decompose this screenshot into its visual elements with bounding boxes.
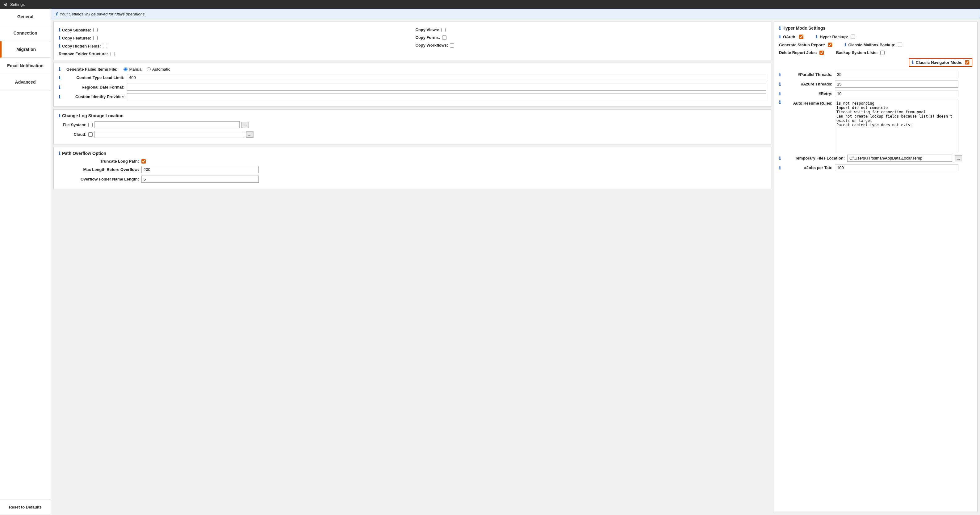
classic-mailbox-backup-checkbox[interactable] — [898, 43, 902, 47]
backup-system-lists-label: Backup System Lists: — [836, 50, 878, 55]
regional-date-format-label: Regional Date Format: — [63, 85, 124, 89]
copy-options-right: Copy Views: Copy Forms: Copy Workflows: — [415, 27, 766, 48]
retry-row: ℹ #Retry: — [779, 90, 972, 97]
radio-automatic-input[interactable] — [147, 67, 151, 71]
copy-forms-checkbox[interactable] — [442, 35, 447, 40]
generate-status-report-row: Generate Status Report: — [779, 42, 832, 47]
content-type-load-limit-input[interactable] — [127, 74, 766, 81]
temporary-files-location-input[interactable] — [847, 155, 952, 162]
regional-date-format-input[interactable] — [127, 84, 766, 91]
sidebar-item-general[interactable]: General — [0, 9, 51, 25]
copy-hidden-fields-checkbox[interactable] — [103, 44, 107, 48]
custom-identity-provider-label: Custom Identity Provider: — [63, 94, 124, 99]
copy-forms-label: Copy Forms: — [415, 35, 440, 40]
sidebar-item-migration[interactable]: Migration — [0, 41, 51, 58]
truncate-long-path-row: Truncate Long Path: — [59, 159, 766, 163]
classic-mailbox-backup-label: Classic Mailbox Backup: — [848, 43, 896, 47]
change-log-storage-info-icon: ℹ — [59, 113, 60, 118]
custom-identity-provider-row: ℹ Custom Identity Provider: — [59, 93, 766, 100]
oauth-row: ℹ OAuth: — [779, 34, 803, 39]
remove-folder-structure-checkbox[interactable] — [111, 52, 115, 56]
content-type-load-limit-label: Content Type Load Limit: — [63, 75, 124, 80]
hyper-backup-checkbox[interactable] — [851, 35, 855, 39]
copy-workflows-checkbox[interactable] — [450, 43, 454, 48]
classic-mailbox-backup-info-icon: ℹ — [845, 42, 846, 47]
cloud-checkbox[interactable] — [88, 132, 92, 137]
temporary-files-location-browse-button[interactable]: ... — [955, 155, 962, 162]
radio-manual-input[interactable] — [124, 67, 127, 71]
info-banner-icon: ℹ — [56, 11, 57, 16]
copy-views-label: Copy Views: — [415, 27, 439, 32]
cloud-label: Cloud: — [59, 132, 86, 137]
hyper-mode-title: ℹ Hyper Mode Settings — [779, 25, 972, 30]
custom-identity-provider-info-icon: ℹ — [59, 94, 60, 99]
hyper-mode-info-icon: ℹ — [779, 25, 781, 30]
delete-report-jobs-checkbox[interactable] — [819, 51, 824, 55]
cloud-row: Cloud: ... — [59, 131, 766, 138]
copy-subsites-checkbox[interactable] — [93, 28, 97, 32]
sidebar-item-advanced[interactable]: Advanced — [0, 74, 51, 90]
azure-threads-input[interactable] — [835, 81, 958, 88]
cloud-browse-button[interactable]: ... — [246, 132, 253, 138]
path-overflow-title: ℹ Path Overflow Option — [59, 151, 766, 156]
copy-features-label: Copy Features: — [62, 36, 91, 40]
classic-mailbox-backup-row: ℹ Classic Mailbox Backup: — [845, 42, 902, 47]
copy-views-checkbox[interactable] — [441, 28, 445, 32]
path-overflow-title-text: Path Overflow Option — [62, 151, 106, 156]
remove-folder-structure-row: Remove Folder Structure: — [59, 52, 766, 56]
generate-failed-items-radio-group: Manual Automatic — [124, 67, 170, 71]
max-length-before-overflow-input[interactable] — [142, 166, 259, 173]
backup-system-lists-row: Backup System Lists: — [836, 50, 885, 55]
info-banner: ℹ Your Settings will be saved for future… — [51, 9, 980, 19]
sidebar: General Connection Migration Email Notif… — [0, 9, 51, 514]
jobs-per-tab-row: ℹ #Jobs per Tab: — [779, 164, 972, 171]
azure-threads-label: #Azure Threads: — [783, 82, 832, 86]
file-system-browse-button[interactable]: ... — [242, 122, 249, 128]
cloud-path-input[interactable] — [94, 131, 244, 138]
copy-options-section: ℹ Copy Subsites: ℹ Copy Features: ℹ — [53, 22, 771, 60]
backup-system-lists-checkbox[interactable] — [880, 51, 885, 55]
content-type-load-limit-row: ℹ Content Type Load Limit: — [59, 74, 766, 81]
parallel-threads-label: #Parallel Threads: — [783, 72, 832, 77]
hyper-mode-title-text: Hyper Mode Settings — [783, 25, 825, 30]
title-bar: ⚙ Settings — [0, 0, 980, 9]
generate-status-report-checkbox[interactable] — [828, 43, 832, 47]
sidebar-item-email-notification[interactable]: Email Notification — [0, 58, 51, 74]
reset-to-defaults-button[interactable]: Reset to Defaults — [0, 500, 51, 514]
left-panel: ℹ Copy Subsites: ℹ Copy Features: ℹ — [53, 22, 771, 512]
generate-status-report-label: Generate Status Report: — [779, 43, 825, 47]
custom-identity-provider-input[interactable] — [127, 93, 766, 100]
classic-navigator-mode-checkbox[interactable] — [965, 60, 969, 65]
auto-resume-rules-info-icon: ℹ — [779, 100, 781, 105]
copy-hidden-fields-row: ℹ Copy Hidden Fields: — [59, 43, 409, 48]
sidebar-item-connection[interactable]: Connection — [0, 25, 51, 41]
auto-resume-rules-textarea[interactable] — [835, 100, 958, 152]
copy-features-checkbox[interactable] — [93, 36, 97, 40]
generate-failed-items-row: ℹ Generate Failed Items File: Manual Aut… — [59, 67, 766, 71]
jobs-per-tab-input[interactable] — [835, 164, 958, 171]
copy-forms-row: Copy Forms: — [415, 35, 766, 40]
overflow-folder-name-length-input[interactable] — [142, 176, 259, 183]
generate-failed-items-label: Generate Failed Items File: — [66, 67, 117, 71]
file-system-checkbox[interactable] — [88, 123, 92, 127]
classic-navigator-mode-box: ℹ Classic Navigator Mode: — [909, 58, 972, 67]
copy-hidden-fields-label: Copy Hidden Fields: — [62, 44, 101, 48]
classic-navigator-mode-label: Classic Navigator Mode: — [916, 60, 963, 65]
content-type-load-limit-info-icon: ℹ — [59, 75, 60, 80]
file-system-path-input[interactable] — [94, 121, 240, 128]
hyper-row-1: ℹ OAuth: ℹ Hyper Backup: — [779, 34, 972, 39]
oauth-info-icon: ℹ — [779, 34, 781, 39]
oauth-checkbox[interactable] — [799, 35, 803, 39]
truncate-long-path-checkbox[interactable] — [142, 159, 146, 163]
radio-automatic-label: Automatic — [152, 67, 170, 71]
max-length-before-overflow-row: Max Length Before Overflow: — [59, 166, 766, 173]
content-area: ℹ Copy Subsites: ℹ Copy Features: ℹ — [51, 19, 980, 514]
copy-workflows-row: Copy Workflows: — [415, 43, 766, 48]
change-log-storage-section: ℹ Change Log Storage Location File Syste… — [53, 109, 771, 144]
regional-date-format-info-icon: ℹ — [59, 85, 60, 90]
radio-automatic: Automatic — [147, 67, 170, 71]
retry-input[interactable] — [835, 90, 958, 97]
temporary-files-location-info-icon: ℹ — [779, 156, 781, 161]
hyper-backup-label: Hyper Backup: — [820, 35, 848, 39]
parallel-threads-input[interactable] — [835, 71, 958, 78]
